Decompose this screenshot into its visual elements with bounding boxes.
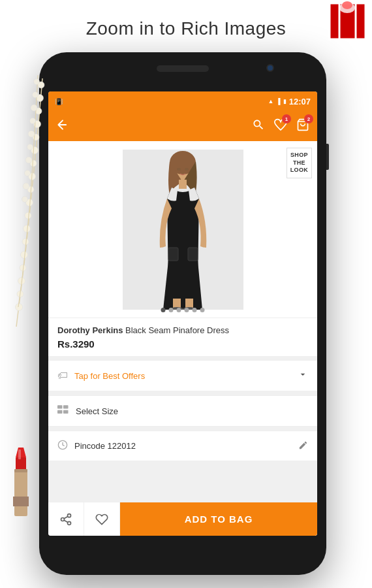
product-image-area: SHOP THE LOOK — [48, 141, 317, 318]
svg-point-59 — [61, 517, 65, 521]
product-image[interactable] — [123, 150, 243, 310]
svg-rect-46 — [188, 248, 198, 261]
signal-icon: ▐ — [276, 98, 280, 105]
select-size-section[interactable]: Select Size — [48, 395, 317, 427]
svg-point-60 — [68, 521, 71, 525]
add-to-bag-button[interactable]: ADD TO BAG — [120, 502, 317, 536]
image-dots — [161, 308, 205, 312]
bottom-wishlist-button[interactable] — [84, 502, 120, 536]
svg-point-19 — [21, 252, 28, 259]
wishlist-badge: 1 — [282, 114, 291, 123]
phone-camera — [266, 64, 274, 72]
lipstick-decoration — [5, 438, 37, 523]
dot-6[interactable] — [200, 308, 205, 312]
pincode-left: Pincode 122012 — [57, 440, 136, 452]
svg-rect-38 — [14, 469, 27, 472]
wishlist-button[interactable]: 1 — [274, 118, 287, 134]
shop-the-look-label[interactable]: SHOP THE LOOK — [287, 148, 312, 178]
phone-speaker — [157, 65, 209, 72]
svg-point-58 — [68, 514, 71, 517]
svg-point-25 — [33, 92, 39, 98]
svg-rect-56 — [63, 410, 69, 414]
bag-badge: 2 — [304, 114, 313, 123]
svg-point-18 — [22, 238, 29, 245]
navigation-bar: 1 2 — [48, 111, 317, 141]
svg-point-17 — [23, 225, 31, 233]
svg-rect-39 — [18, 449, 21, 459]
add-to-bag-label: ADD TO BAG — [185, 514, 253, 525]
svg-rect-34 — [14, 470, 27, 516]
offers-tag-icon: 🏷 — [57, 370, 68, 382]
page-title: Zoom in to Rich Images — [0, 18, 372, 39]
offers-text: Tap for Best Offers — [74, 371, 145, 381]
svg-point-29 — [27, 144, 33, 150]
status-left-icons: 📳 — [55, 98, 63, 105]
svg-point-5 — [342, 1, 352, 9]
svg-line-61 — [64, 520, 68, 522]
status-right-icons: ▲ ▐ ▮ 12:07 — [268, 97, 311, 106]
svg-point-32 — [23, 183, 29, 189]
battery-icon: ▮ — [283, 98, 287, 105]
product-description: Black Seam Pinafore Dress — [123, 325, 229, 335]
search-button[interactable] — [252, 118, 265, 134]
select-size-text: Select Size — [76, 406, 118, 416]
svg-point-47 — [177, 168, 181, 171]
status-bar: 📳 ▲ ▐ ▮ 12:07 — [48, 91, 317, 111]
svg-rect-54 — [63, 405, 69, 408]
phone-screen: 📳 ▲ ▐ ▮ 12:07 — [48, 91, 317, 536]
status-time: 12:07 — [289, 97, 311, 106]
svg-point-31 — [25, 171, 31, 176]
nav-right-icons: 1 2 — [252, 118, 309, 134]
pearl-necklace-decoration — [0, 65, 49, 392]
product-name: Dorothy Perkins Black Seam Pinafore Dres… — [57, 325, 308, 336]
dot-3[interactable] — [177, 308, 181, 312]
vibrate-icon: 📳 — [55, 98, 63, 105]
svg-point-24 — [34, 79, 40, 85]
dot-1[interactable] — [161, 308, 166, 312]
svg-point-30 — [25, 157, 32, 163]
product-info: Dorothy Perkins Black Seam Pinafore Dres… — [48, 318, 317, 356]
svg-rect-53 — [57, 405, 63, 408]
svg-rect-45 — [168, 248, 178, 261]
svg-rect-35 — [13, 497, 29, 506]
phone-power-button — [326, 144, 329, 170]
top-right-decoration — [320, 0, 372, 69]
pincode-edit-icon[interactable] — [298, 440, 308, 452]
svg-point-48 — [185, 168, 189, 171]
bag-button[interactable]: 2 — [296, 118, 309, 134]
offers-left: 🏷 Tap for Best Offers — [57, 370, 145, 382]
offers-chevron-icon — [298, 369, 308, 382]
dot-2[interactable] — [169, 308, 174, 312]
back-button[interactable] — [56, 119, 68, 134]
svg-point-27 — [30, 118, 36, 124]
dot-4[interactable] — [185, 308, 189, 312]
wifi-icon: ▲ — [268, 98, 273, 105]
svg-point-28 — [28, 131, 35, 137]
svg-line-62 — [64, 516, 68, 518]
clock-icon — [57, 440, 68, 452]
share-button[interactable] — [48, 502, 84, 536]
page-background: Zoom in to Rich Images — [0, 0, 372, 588]
svg-point-26 — [31, 105, 37, 111]
svg-point-33 — [22, 197, 28, 203]
offers-section[interactable]: 🏷 Tap for Best Offers — [48, 360, 317, 391]
product-brand: Dorothy Perkins — [57, 325, 123, 335]
svg-rect-44 — [179, 180, 187, 189]
size-grid-icon — [57, 405, 69, 417]
bottom-bar: ADD TO BAG — [48, 502, 317, 536]
dot-5[interactable] — [193, 308, 197, 312]
svg-point-16 — [25, 212, 31, 219]
svg-rect-55 — [57, 410, 63, 414]
product-price: Rs.3290 — [57, 338, 308, 350]
phone-body: 📳 ▲ ▐ ▮ 12:07 — [39, 52, 326, 575]
pincode-section: Pincode 122012 — [48, 431, 317, 461]
phone-container: 📳 ▲ ▐ ▮ 12:07 — [39, 52, 326, 575]
pincode-text: Pincode 122012 — [74, 441, 136, 451]
